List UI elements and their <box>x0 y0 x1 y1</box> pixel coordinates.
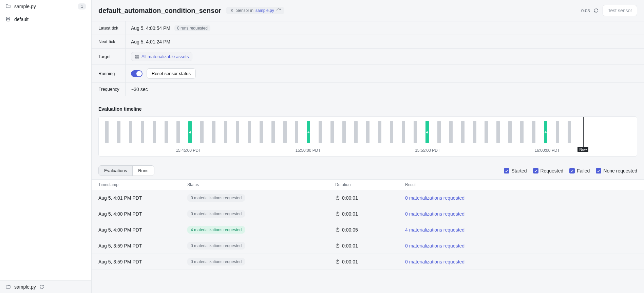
reset-sensor-button[interactable]: Reset sensor status <box>147 68 196 79</box>
table-header: Timestamp Status Duration Result <box>92 179 644 190</box>
sidebar-item-label: default <box>14 17 29 22</box>
refresh-icon[interactable] <box>276 8 281 13</box>
target-badge[interactable]: All materializable assets <box>131 52 192 61</box>
timeline-bar[interactable] <box>528 120 539 146</box>
timeline-bar[interactable] <box>623 120 634 146</box>
timeline-bar[interactable] <box>113 120 125 146</box>
timeline-bar[interactable] <box>327 120 338 146</box>
timeline-bar[interactable] <box>374 120 385 146</box>
filter-failed[interactable]: Failed <box>569 168 590 173</box>
timeline-bar[interactable] <box>445 120 456 146</box>
timeline-bar[interactable] <box>362 120 374 146</box>
timeline-bar[interactable] <box>587 120 599 146</box>
timeline-bar[interactable] <box>410 120 421 146</box>
cell-result: 4 materializations requested <box>398 223 644 237</box>
timeline-bar[interactable]: 4 <box>421 120 433 146</box>
timeline-bar[interactable] <box>599 120 610 146</box>
timeline-bar[interactable] <box>433 120 444 146</box>
sidebar-item-default[interactable]: default <box>0 13 91 25</box>
cell-result: 0 materializations requested <box>398 207 644 221</box>
svg-point-7 <box>336 213 339 216</box>
result-link[interactable]: 0 materializations requested <box>405 259 465 264</box>
running-toggle[interactable] <box>131 70 143 77</box>
timeline-bar[interactable] <box>196 120 208 146</box>
table-row[interactable]: Aug 5, 4:00 PM PDT4 materializations req… <box>92 222 644 238</box>
timeline-bar[interactable] <box>398 120 409 146</box>
refresh-icon[interactable] <box>594 8 599 13</box>
timeline-bar[interactable]: 4 <box>540 120 551 146</box>
timeline-bar[interactable] <box>244 120 255 146</box>
now-line <box>583 117 584 149</box>
table-row[interactable]: Aug 5, 4:01 PM PDT0 materializations req… <box>92 190 644 206</box>
timeline-bar[interactable] <box>279 120 290 146</box>
timeline-bar[interactable] <box>576 120 587 146</box>
timeline-bar[interactable] <box>315 120 326 146</box>
folder-icon <box>5 284 11 290</box>
timeline-bar[interactable] <box>173 120 184 146</box>
table-row[interactable]: Aug 5, 4:00 PM PDT0 materializations req… <box>92 206 644 222</box>
timeline-bar[interactable] <box>469 120 480 146</box>
filter-requested[interactable]: Requested <box>533 168 564 173</box>
runs-requested-badge: 0 runs requested <box>174 25 210 31</box>
status-pill: 0 materializations requested <box>187 210 245 218</box>
timeline-bar[interactable] <box>339 120 350 146</box>
timeline-bar[interactable] <box>161 120 172 146</box>
cell-duration: 0:00:01 <box>328 207 398 221</box>
cell-timestamp: Aug 5, 3:59 PM PDT <box>92 255 181 269</box>
timeline-bar[interactable] <box>149 120 160 146</box>
timeline-bar[interactable] <box>516 120 528 146</box>
timeline-bar[interactable] <box>220 120 231 146</box>
filters: StartedRequestedFailedNone requested <box>504 168 637 173</box>
tab-runs[interactable]: Runs <box>132 166 154 176</box>
result-link[interactable]: 4 materializations requested <box>405 227 465 233</box>
timeline-bar[interactable] <box>255 120 267 146</box>
filter-none-requested[interactable]: None requested <box>596 168 637 173</box>
timeline-bar[interactable] <box>101 120 113 146</box>
status-pill: 0 materializations requested <box>187 194 245 202</box>
timeline-bar[interactable] <box>267 120 279 146</box>
timeline-bar[interactable] <box>208 120 219 146</box>
test-sensor-button[interactable]: Test sensor <box>603 5 637 16</box>
table-row[interactable]: Aug 5, 3:59 PM PDT0 materializations req… <box>92 238 644 254</box>
timeline-bar[interactable] <box>552 120 563 146</box>
sidebar-footer[interactable]: sample.py <box>0 280 91 293</box>
timeline-bar[interactable] <box>137 120 148 146</box>
table-row[interactable]: Aug 5, 3:59 PM PDT0 materializations req… <box>92 254 644 270</box>
target-badge-label: All materializable assets <box>141 54 189 59</box>
timeline-bar[interactable] <box>386 120 397 146</box>
checkbox-icon <box>596 168 601 173</box>
badge-link[interactable]: sample.py <box>255 8 274 13</box>
svg-point-9 <box>336 244 339 248</box>
filter-started[interactable]: Started <box>504 168 527 173</box>
timeline-bar[interactable] <box>351 120 362 146</box>
timeline-bar[interactable]: 4 <box>303 120 314 146</box>
timeline-bar[interactable] <box>564 120 575 146</box>
timeline-bar[interactable] <box>611 120 622 146</box>
cell-status: 0 materializations requested <box>181 254 328 270</box>
next-tick-value: Aug 5, 4:01:24 PM <box>131 39 170 44</box>
refresh-icon[interactable] <box>39 285 44 289</box>
tab-evaluations[interactable]: Evaluations <box>99 166 132 176</box>
timeline-bar[interactable] <box>291 120 302 146</box>
tabs-row: Evaluations Runs StartedRequestedFailedN… <box>92 162 644 179</box>
cell-result: 0 materializations requested <box>398 239 644 253</box>
sidebar: sample.py 1 default sample.py <box>0 0 92 293</box>
evaluations-table: Timestamp Status Duration Result Aug 5, … <box>92 179 644 270</box>
timeline-bar[interactable] <box>505 120 516 146</box>
info-label-running: Running <box>92 65 126 82</box>
sidebar-item-sample[interactable]: sample.py 1 <box>0 0 91 13</box>
result-link[interactable]: 0 materializations requested <box>405 195 465 201</box>
timeline-bar[interactable]: 4 <box>185 120 196 146</box>
cell-status: 0 materializations requested <box>181 190 328 206</box>
result-link[interactable]: 0 materializations requested <box>405 211 465 217</box>
timeline-bar[interactable] <box>493 120 504 146</box>
cell-timestamp: Aug 5, 4:00 PM PDT <box>92 207 181 221</box>
timeline-bar[interactable] <box>457 120 468 146</box>
timeline-bar[interactable] <box>125 120 136 146</box>
timeline-bar[interactable] <box>232 120 243 146</box>
result-link[interactable]: 0 materializations requested <box>405 243 465 249</box>
timeline-bar[interactable] <box>481 120 492 146</box>
bar-count: 4 <box>189 130 191 134</box>
svg-rect-3 <box>137 55 139 56</box>
svg-rect-5 <box>137 57 139 58</box>
